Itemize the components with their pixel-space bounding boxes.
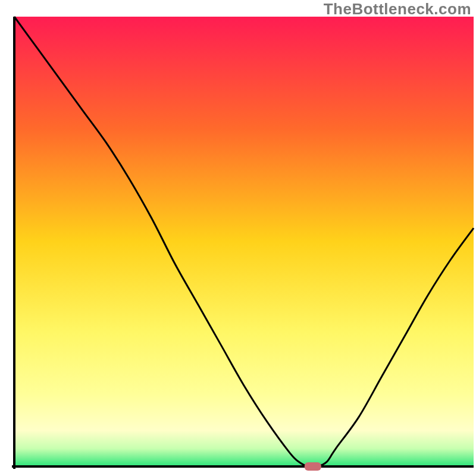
chart-svg (0, 0, 476, 476)
plot-background (14, 17, 474, 466)
optimal-marker (305, 462, 321, 471)
watermark-text: TheBottleneck.com (324, 0, 471, 18)
bottleneck-chart: TheBottleneck.com (0, 0, 476, 476)
